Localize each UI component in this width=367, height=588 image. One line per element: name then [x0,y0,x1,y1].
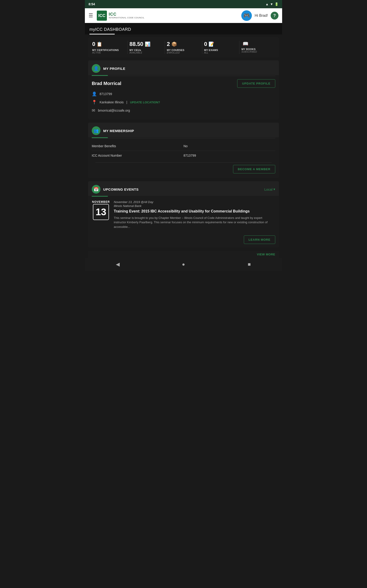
stat-label-courses: MY COURSES [167,49,184,52]
event-date-box: 13 [93,204,109,220]
status-bar: 8:54 ▲ ▼ 🔋 [85,0,282,8]
app-bar-left: ☰ ICC ICC INTERNATIONAL CODE COUNCIL [89,10,144,21]
profile-email: bmorrical@iccsafe.org [98,109,130,112]
profile-section: 👤 MY PROFILE Brad Morrical UPDATE PROFIL… [88,61,279,120]
profile-account-row: 👤 8713799 [92,91,275,96]
ceus-icon: 📊 [145,41,150,47]
home-button[interactable]: ● [178,259,189,269]
stat-label-ceus: MY CEUs [130,49,141,52]
profile-icon-circle: 👤 [92,64,100,73]
stat-sub-courses: ENROLLED [167,52,180,54]
account-number: 8713799 [100,92,112,96]
membership-row-benefits: Member Benefits No [92,141,275,151]
stat-courses[interactable]: 2 📦 MY COURSES ENROLLED [165,41,202,54]
recent-button[interactable]: ■ [244,259,254,269]
stat-top-exams: 0 📝 [204,41,214,47]
event-month: NOVEMBER [92,200,110,204]
stat-exams[interactable]: 0 📝 MY EXAMS ALL [202,41,240,54]
event-calendar: NOVEMBER 13 [92,200,110,232]
stat-sub-certifications: ACTIVE [92,52,101,54]
event-actions: LEARN MORE [88,235,279,248]
logo-sub: INTERNATIONAL CODE COUNCIL [109,17,144,19]
stat-number-courses: 2 [167,41,170,47]
update-profile-button[interactable]: UPDATE PROFILE [237,79,275,88]
membership-section: 👥 MY MEMBERSHIP Member Benefits No ICC A… [88,123,279,178]
account-icon: 👤 [92,91,97,96]
membership-value-benefits: No [184,144,275,148]
stat-certifications[interactable]: 0 📋 MY CERTIFICATIONS ACTIVE [90,41,128,54]
stat-number-ceus: 88.50 [130,41,143,47]
events-filter[interactable]: Local ▾ [264,187,275,191]
title-underline [90,34,115,35]
dashboard-title: myICC DASHBOARD [90,27,277,34]
email-icon: ✉ [92,108,95,113]
membership-icon: 👥 [94,128,99,133]
logo-text: ICC INTERNATIONAL CODE COUNCIL [109,12,144,19]
event-title: Training Event: 2015 IBC Accessibility a… [114,209,275,214]
membership-value-account: 8713799 [184,154,275,157]
icc-logo-icon: ICC [97,10,107,21]
profile-name-row: Brad Morrical UPDATE PROFILE [92,79,275,88]
events-title-left: 📅 UPCOMING EVENTS [92,185,139,194]
event-venue: Illinois National Bank [114,204,275,208]
event-item: NOVEMBER 13 November 13, 2019 @All Day I… [88,197,279,235]
logo-area: ICC ICC INTERNATIONAL CODE COUNCIL [97,10,144,21]
greeting-text: Hi Brad! [255,14,268,18]
events-section-title: UPCOMING EVENTS [103,187,139,191]
events-filter-label: Local [264,187,273,191]
profile-name: Brad Morrical [92,81,121,86]
events-header: 📅 UPCOMING EVENTS Local ▾ [88,181,279,196]
stat-sub-ceus: AVAILABLE [130,52,142,54]
view-more-row: VIEW MORE [88,251,279,258]
learn-more-button[interactable]: LEARN MORE [244,235,275,244]
event-description: This seminar is brought to you by Chapte… [114,216,275,229]
event-day: 13 [96,207,106,217]
help-button[interactable]: ? [271,12,278,19]
location-separator: | [126,100,127,104]
events-icon-circle: 📅 [92,185,100,194]
membership-actions: BECOME A MEMBER [92,163,275,175]
signal-icon: ▼ [270,2,273,6]
event-date-line: November 13, 2019 @All Day [114,200,275,204]
app-bar-right: 🎮 Hi Brad! ? [241,10,278,21]
stat-label-exams: MY EXAMS [204,49,218,52]
wifi-icon: ▲ [265,2,269,6]
avatar[interactable]: 🎮 [241,10,252,21]
menu-icon[interactable]: ☰ [89,13,93,19]
books-icon: 📖 [243,41,248,46]
membership-label-benefits: Member Benefits [92,144,184,148]
courses-icon: 📦 [171,41,177,47]
membership-row-account: ICC Account Number 8713799 [92,151,275,160]
exams-icon: 📝 [209,41,214,47]
become-member-button[interactable]: BECOME A MEMBER [233,165,275,173]
bottom-nav: ◀ ● ■ [85,258,282,271]
profile-location: Kankakee Illinois [100,100,124,104]
stat-ceus[interactable]: 88.50 📊 MY CEUs AVAILABLE [128,41,165,54]
app-bar: ☰ ICC ICC INTERNATIONAL CODE COUNCIL 🎮 H… [85,8,282,23]
profile-location-row: 📍 Kankakee Illinois | UPDATE LOCATION? [92,100,275,105]
membership-section-title: MY MEMBERSHIP [103,129,134,133]
stat-top-books: 📖 [241,41,248,46]
view-more-text[interactable]: VIEW MORE [257,253,275,256]
back-button[interactable]: ◀ [113,259,123,269]
update-location-link[interactable]: UPDATE LOCATION? [130,101,160,104]
status-icons: ▲ ▼ 🔋 [265,2,278,6]
dashboard-title-bar: myICC DASHBOARD [85,23,282,35]
stats-card: 0 📋 MY CERTIFICATIONS ACTIVE 88.50 📊 MY … [88,37,279,58]
logo-icc: ICC [109,12,144,17]
stat-label-books: MY BOOKS [241,48,256,51]
membership-body: Member Benefits No ICC Account Number 87… [88,138,279,178]
membership-section-header: 👥 MY MEMBERSHIP [88,123,279,137]
profile-body: Brad Morrical UPDATE PROFILE 👤 8713799 📍… [88,76,279,120]
certifications-icon: 📋 [97,41,102,47]
svg-text:ICC: ICC [98,13,106,18]
chevron-down-icon: ▾ [273,187,275,191]
profile-section-header: 👤 MY PROFILE [88,61,279,75]
membership-icon-circle: 👥 [92,126,100,135]
profile-icon: 👤 [94,66,99,71]
stat-books[interactable]: 📖 MY BOOKS SUBSCRIBED [240,41,277,53]
profile-section-title: MY PROFILE [103,67,125,70]
stat-number-exams: 0 [204,41,207,47]
profile-email-row: ✉ bmorrical@iccsafe.org [92,108,275,113]
location-icon: 📍 [92,100,97,105]
